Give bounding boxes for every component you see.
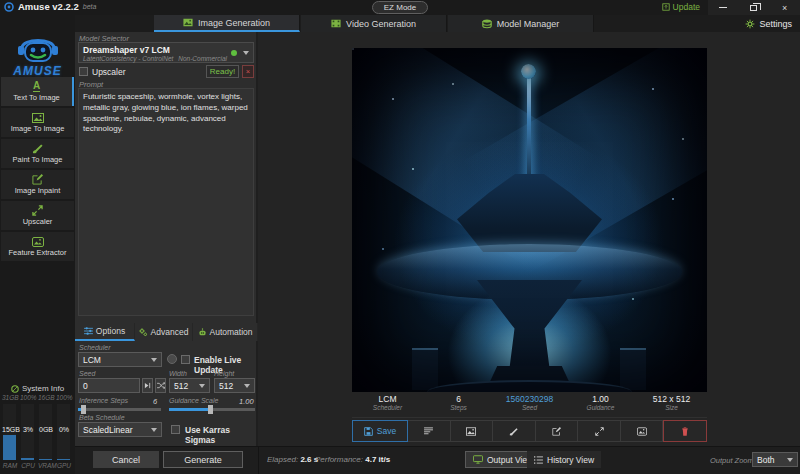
text-lines-icon — [424, 427, 433, 435]
pin-seed-icon — [144, 382, 151, 389]
app-window: Amuse v2.2.2 beta EZ Mode Update × Image… — [0, 0, 800, 474]
film-icon — [331, 19, 341, 28]
live-update-indicator — [167, 354, 177, 364]
options-tabbar: Options Advanced Automation — [75, 323, 258, 341]
divider — [258, 447, 259, 474]
info-steps-value: 6 — [423, 394, 494, 404]
prompt-input[interactable]: Futuristic spaceship, wormhole, vortex l… — [78, 88, 254, 316]
beta-tag: beta — [83, 3, 97, 10]
image-info-bar: LCMScheduler 6Steps 1560230298Seed 1.00G… — [352, 394, 707, 418]
picture-export-icon — [637, 427, 647, 436]
save-button[interactable]: Save — [352, 420, 408, 442]
generated-image[interactable] — [352, 48, 707, 392]
system-info: System Info 31GB 100% 16GB 100% 15GB 3% … — [0, 384, 75, 472]
model-selector-dropdown[interactable]: Dreamshaper v7 LCM LatentConsistency - C… — [78, 42, 254, 63]
info-size-value: 512 x 512 — [636, 394, 707, 404]
tune-icon — [84, 327, 93, 335]
send-to-upscaler-button[interactable] — [578, 420, 621, 442]
sidebar-item-image-inpaint[interactable]: Image Inpaint — [1, 170, 74, 199]
brush-icon — [32, 143, 43, 154]
edit-square-icon — [32, 174, 43, 185]
width-dropdown[interactable]: 512 — [169, 378, 210, 393]
logo-wordmark: AMUSE — [0, 64, 75, 78]
seed-reuse-button[interactable] — [142, 378, 153, 393]
unload-model-button[interactable]: × — [242, 65, 254, 78]
karras-checkbox[interactable] — [171, 425, 180, 434]
chevron-down-icon — [243, 51, 249, 55]
vignette — [352, 48, 707, 392]
steps-slider-handle[interactable] — [81, 405, 86, 414]
titlebar: Amuse v2.2.2 beta EZ Mode Update × — [0, 0, 800, 15]
output-zoom-dropdown[interactable]: Both — [752, 452, 798, 467]
diag-arrows-icon — [595, 427, 604, 436]
info-guidance-value: 1.00 — [565, 394, 636, 404]
sidebar: AMUSE A Text To Image Image To Image Pai… — [0, 32, 75, 474]
output-view-area: LCMScheduler 6Steps 1560230298Seed 1.00G… — [258, 32, 800, 446]
sidebar-item-feature-extractor[interactable]: Feature Extractor — [1, 232, 74, 261]
upscaler-checkbox[interactable] — [79, 67, 88, 76]
tab-options[interactable]: Options — [75, 323, 135, 341]
gear-icon — [745, 19, 755, 29]
bottom-bar: Cancel Generate Elapsed: 2.6 s Performan… — [75, 446, 800, 474]
tab-advanced[interactable]: Advanced — [135, 323, 193, 341]
diag-arrows-icon — [32, 205, 43, 216]
delete-image-button[interactable] — [663, 420, 707, 442]
robot-icon — [198, 328, 207, 337]
history-view-button[interactable]: History View — [527, 451, 601, 468]
output-zoom-label: Output Zoom: — [710, 456, 756, 465]
scheduler-dropdown[interactable]: LCM — [78, 352, 162, 367]
system-info-title: System Info — [22, 384, 64, 393]
ready-button[interactable]: Ready! — [206, 65, 239, 78]
save-icon — [364, 427, 373, 436]
guidance-value: 1.00 — [239, 397, 254, 406]
beta-schedule-dropdown[interactable]: ScaledLinear — [78, 422, 162, 437]
tab-video-generation[interactable]: Video Generation — [301, 15, 447, 32]
minimize-button[interactable] — [713, 1, 733, 14]
generation-panel: Model Selector Dreamshaper v7 LCM Latent… — [75, 32, 258, 446]
trash-icon — [681, 427, 689, 436]
close-button[interactable]: × — [775, 1, 795, 14]
system-info-icon — [11, 385, 19, 393]
system-gauges: 31GB 100% 16GB 100% 15GB 3% 0GB 0% RAM C… — [2, 394, 73, 472]
amuse-logo: AMUSE — [0, 34, 75, 78]
height-dropdown[interactable]: 512 — [214, 378, 255, 393]
karras-label: Use Karras Sigmas — [185, 425, 256, 445]
send-to-feature-extractor-button[interactable] — [621, 420, 664, 442]
copy-prompt-button[interactable] — [408, 420, 451, 442]
cancel-button[interactable]: Cancel — [93, 451, 159, 468]
sidebar-item-text-to-image[interactable]: A Text To Image — [1, 77, 74, 106]
info-scheduler-value: LCM — [352, 394, 423, 404]
send-to-paint-button[interactable] — [493, 420, 536, 442]
send-to-inpaint-button[interactable] — [536, 420, 579, 442]
live-update-checkbox[interactable] — [181, 355, 190, 364]
guidance-slider-handle[interactable] — [208, 405, 213, 414]
update-button[interactable]: Update — [662, 2, 700, 12]
settings-button[interactable]: Settings — [745, 16, 792, 31]
steps-slider[interactable] — [78, 408, 161, 411]
tab-automation[interactable]: Automation — [193, 323, 258, 341]
update-icon — [662, 3, 670, 11]
edit-square-icon — [552, 427, 561, 436]
seed-label: Seed — [79, 370, 95, 377]
sidebar-item-upscaler[interactable]: Upscaler — [1, 201, 74, 230]
steps-value: 6 — [153, 397, 157, 406]
elapsed-stat: Elapsed: 2.6 s — [267, 455, 318, 464]
seed-input[interactable]: 0 — [78, 378, 140, 393]
send-to-image-to-image-button[interactable] — [451, 420, 494, 442]
maximize-button[interactable] — [744, 1, 764, 14]
info-seed-value[interactable]: 1560230298 — [494, 394, 565, 404]
monitor-icon — [473, 455, 483, 464]
tab-model-manager[interactable]: Model Manager — [448, 15, 594, 32]
tab-image-generation[interactable]: Image Generation — [154, 15, 300, 32]
seed-random-button[interactable] — [155, 378, 166, 393]
upscaler-checkbox-label: Upscaler — [92, 67, 126, 77]
robot-logo-icon — [12, 34, 64, 64]
ez-mode-button[interactable]: EZ Mode — [372, 1, 428, 14]
guidance-slider[interactable] — [169, 408, 255, 411]
beta-schedule-label: Beta Schedule — [79, 414, 125, 421]
gears-icon — [139, 328, 148, 337]
picture-icon — [466, 427, 476, 436]
sidebar-item-image-to-image[interactable]: Image To Image — [1, 108, 74, 137]
generate-button[interactable]: Generate — [163, 451, 243, 468]
sidebar-item-paint-to-image[interactable]: Paint To Image — [1, 139, 74, 168]
